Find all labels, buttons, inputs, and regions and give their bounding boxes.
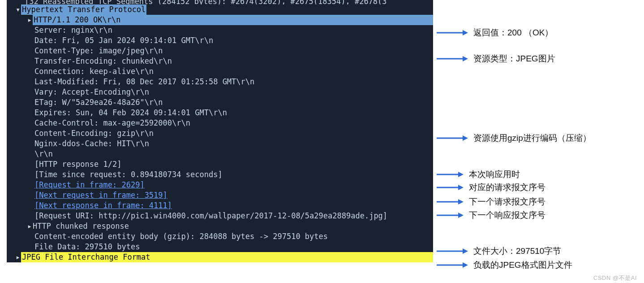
- header-line[interactable]: ETag: W/"5a29ea26-48a26"\r\n: [7, 97, 433, 108]
- annotation-text: 对应的请求报文序号: [469, 182, 545, 193]
- header-line[interactable]: Last-Modified: Fri, 08 Dec 2017 01:25:58…: [7, 77, 433, 87]
- annotation-request-frame: 对应的请求报文序号: [437, 182, 545, 193]
- arrow-right-icon: [437, 171, 464, 178]
- jpeg-format-label: JPEG File Interchange Format: [21, 252, 433, 262]
- header-line[interactable]: Vary: Accept-Encoding\r\n: [7, 87, 433, 97]
- chevron-right-icon[interactable]: ▸: [26, 15, 33, 25]
- svg-marker-5: [463, 135, 468, 141]
- header-line[interactable]: Cache-Control: max-age=2592000\r\n: [7, 118, 433, 128]
- svg-marker-15: [463, 248, 468, 254]
- http-protocol-label: Hypertext Transfer Protocol: [21, 4, 146, 15]
- chevron-down-icon[interactable]: ▾: [15, 4, 21, 15]
- annotation-content-encoding: 资源使用gzip进行编码（压缩）: [437, 132, 591, 144]
- annotation-text: 返回值：200 （OK）: [473, 27, 553, 39]
- arrow-right-icon: [437, 29, 468, 36]
- header-line[interactable]: Server: nginx\r\n: [7, 25, 433, 35]
- header-line[interactable]: Date: Fri, 05 Jan 2024 09:14:01 GMT\r\n: [7, 35, 433, 46]
- header-line[interactable]: \r\n: [7, 149, 433, 159]
- file-data-row[interactable]: File Data: 297510 bytes: [7, 242, 433, 252]
- annotation-text: 资源类型：JPEG图片: [473, 53, 555, 65]
- http-status-row[interactable]: ▸ HTTP/1.1 200 OK\r\n: [7, 15, 433, 25]
- packet-details-panel: [32 Reassembled TCP Segments (284152 byt…: [7, 0, 433, 262]
- arrow-right-icon: [437, 261, 468, 269]
- svg-marker-3: [463, 56, 468, 61]
- jpeg-format-row[interactable]: ▸ JPEG File Interchange Format: [7, 252, 433, 262]
- arrow-right-icon: [437, 248, 468, 255]
- meta-link-line[interactable]: [Next response in frame: 4111]: [7, 200, 433, 211]
- meta-line[interactable]: [HTTP response 1/2]: [7, 159, 433, 170]
- chevron-right-icon[interactable]: ▸: [26, 221, 33, 231]
- chevron-right-icon[interactable]: ▸: [15, 252, 21, 262]
- arrow-right-icon: [437, 198, 464, 205]
- watermark: CSDN @不是AI: [593, 274, 637, 282]
- annotation-text: 负载的JPEG格式图片文件: [473, 259, 572, 271]
- svg-marker-1: [463, 30, 468, 35]
- header-line[interactable]: Content-Encoding: gzip\r\n: [7, 128, 433, 139]
- chunked-row[interactable]: ▸ HTTP chunked response: [7, 221, 433, 231]
- annotation-text: 下一个请求报文序号: [469, 196, 545, 208]
- svg-marker-11: [458, 199, 464, 205]
- arrow-right-icon: [437, 212, 464, 219]
- http-protocol-row[interactable]: ▾ Hypertext Transfer Protocol: [7, 4, 433, 15]
- header-line[interactable]: Nginx-ddos-Cache: HIT\r\n: [7, 139, 433, 149]
- annotation-jpeg-payload: 负载的JPEG格式图片文件: [437, 259, 572, 271]
- http-status-line: HTTP/1.1 200 OK\r\n: [33, 15, 433, 25]
- svg-marker-7: [458, 172, 464, 177]
- header-line[interactable]: Content-Type: image/jpeg\r\n: [7, 46, 433, 56]
- annotation-return-code: 返回值：200 （OK）: [437, 27, 553, 39]
- annotations-layer: 返回值：200 （OK） 资源类型：JPEG图片 资源使用gzip进行编码（压缩…: [437, 0, 643, 283]
- arrow-right-icon: [437, 55, 468, 62]
- meta-line[interactable]: [Time since request: 0.894180734 seconds…: [7, 170, 433, 180]
- truncated-row: [32 Reassembled TCP Segments (284152 byt…: [7, 0, 433, 4]
- annotation-file-size: 文件大小：297510字节: [437, 245, 561, 257]
- arrow-right-icon: [437, 184, 464, 191]
- entity-body-row[interactable]: Content-encoded entity body (gzip): 2840…: [7, 231, 433, 242]
- annotation-text: 本次响应用时: [469, 169, 520, 180]
- header-line[interactable]: Transfer-Encoding: chunked\r\n: [7, 56, 433, 66]
- svg-marker-13: [458, 213, 464, 218]
- annotation-next-request: 下一个请求报文序号: [437, 196, 545, 208]
- meta-link-line[interactable]: [Next request in frame: 3519]: [7, 190, 433, 200]
- annotation-text: 资源使用gzip进行编码（压缩）: [473, 132, 591, 144]
- arrow-right-icon: [437, 135, 468, 142]
- header-line[interactable]: Connection: keep-alive\r\n: [7, 66, 433, 77]
- annotation-response-time: 本次响应用时: [437, 169, 520, 180]
- svg-marker-9: [458, 185, 464, 190]
- annotation-text: 文件大小：297510字节: [473, 245, 561, 257]
- header-line[interactable]: Expires: Sun, 04 Feb 2024 09:14:01 GMT\r…: [7, 108, 433, 118]
- annotation-content-type: 资源类型：JPEG图片: [437, 53, 555, 65]
- annotation-text: 下一个响应报文序号: [469, 209, 545, 221]
- svg-marker-17: [463, 262, 468, 268]
- annotation-next-response: 下一个响应报文序号: [437, 209, 545, 221]
- meta-line[interactable]: [Request URI: http://pic1.win4000.com/wa…: [7, 211, 433, 221]
- meta-link-line[interactable]: [Request in frame: 2629]: [7, 180, 433, 190]
